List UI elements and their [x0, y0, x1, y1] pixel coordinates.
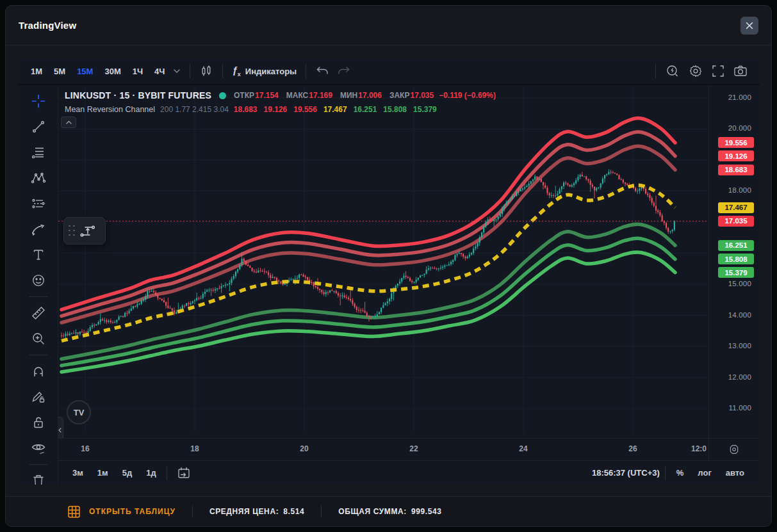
price-axis[interactable]: 21.00020.00018.00015.00014.00013.00012.0… — [708, 85, 759, 438]
undo-button[interactable] — [311, 63, 333, 79]
market-status-dot-icon — [219, 92, 226, 99]
ohlc-value: 17.169 — [309, 91, 332, 100]
range-group: 3м1м5д1д — [67, 466, 161, 480]
camera-icon — [733, 65, 748, 77]
crosshair-tool[interactable] — [29, 94, 48, 108]
xabcd-pattern-tool[interactable] — [29, 171, 48, 185]
chart-widget: 1М5М15М30М1Ч4Ч ƒx Индикаторы — [19, 58, 760, 485]
time-axis[interactable]: 16182022242612:0 — [58, 439, 708, 460]
indicator-value: 19.126 — [264, 105, 288, 114]
price-badge-19.126: 19.126 — [718, 150, 754, 161]
indicator-value: 16.251 — [354, 105, 377, 114]
remove-drawings-tool[interactable] — [29, 474, 48, 485]
scale-авто[interactable]: авто — [720, 466, 750, 480]
zoom-in-icon — [31, 332, 45, 346]
close-button[interactable] — [740, 17, 758, 35]
toolbar-divider — [306, 64, 306, 78]
time-label-24: 24 — [519, 444, 527, 453]
open-table-label: ОТКРЫТЬ ТАБЛИЦУ — [89, 507, 176, 516]
go-to-date-button[interactable] — [172, 463, 195, 483]
price-label-14.000: 14.000 — [709, 311, 751, 319]
tradingview-watermark-logo: TV — [67, 400, 91, 424]
timeframe-15М[interactable]: 15М — [72, 64, 97, 79]
axis-gear-icon — [728, 444, 740, 455]
indicator-params: 200 1.77 2.415 3.04 — [160, 105, 229, 114]
top-toolbar: 1М5М15М30М1Ч4Ч ƒx Индикаторы — [19, 58, 760, 85]
scale-%[interactable]: % — [671, 466, 690, 480]
timeframe-5М[interactable]: 5М — [49, 64, 70, 79]
candles-icon — [200, 65, 213, 77]
fib-retracement-icon — [31, 145, 45, 159]
timeframe-1М[interactable]: 1М — [26, 64, 47, 79]
chart-plot-area[interactable]: LINKUSDT · 15 · BYBIT FUTURES ОТКР17.154… — [58, 85, 708, 438]
brush-tool[interactable] — [29, 222, 48, 236]
toolbar-divider — [190, 64, 190, 78]
legend-collapse-button[interactable] — [61, 117, 76, 128]
timeframe-1Ч[interactable]: 1Ч — [128, 64, 147, 79]
total-sum-label: ОБЩАЯ СУММА: — [338, 507, 407, 516]
open-table-button[interactable]: ОТКРЫТЬ ТАБЛИЦУ — [67, 505, 176, 519]
lock-all-tool[interactable] — [29, 415, 48, 430]
price-chart[interactable] — [58, 85, 708, 433]
position-tool[interactable] — [29, 197, 48, 211]
range-5д[interactable]: 5д — [117, 466, 137, 480]
price-badge-19.556: 19.556 — [718, 137, 754, 148]
magnet-tool[interactable] — [29, 364, 48, 378]
fullscreen-icon — [712, 65, 724, 77]
timeframe-dropdown-button[interactable] — [169, 67, 184, 76]
measure-tool[interactable] — [29, 306, 48, 320]
sidebar-collapse-handle[interactable] — [58, 417, 63, 438]
emoji-tool[interactable] — [29, 273, 48, 287]
bottom-divider — [665, 466, 666, 480]
time-label-20: 20 — [300, 444, 308, 453]
timeframe-30М[interactable]: 30М — [100, 64, 125, 79]
redo-button[interactable] — [333, 63, 355, 79]
toolbar-divider — [655, 64, 656, 78]
symbol-legend-row[interactable]: LINKUSDT · 15 · BYBIT FUTURES ОТКР17.154… — [65, 90, 496, 101]
alert-button[interactable] — [661, 61, 684, 81]
ruler-icon — [31, 305, 46, 321]
text-tool[interactable] — [29, 248, 48, 262]
timeframe-4Ч[interactable]: 4Ч — [150, 64, 169, 79]
indicators-button[interactable]: ƒx Индикаторы — [228, 62, 300, 80]
footer-divider — [321, 505, 322, 518]
price-badge-17.467: 17.467 — [718, 202, 754, 213]
fib-retracement-tool[interactable] — [29, 145, 48, 159]
session-clock[interactable]: 18:56:37 (UTC+3) — [592, 468, 660, 478]
undo-icon — [316, 66, 329, 76]
range-1м[interactable]: 1м — [92, 466, 113, 480]
main-area: LINKUSDT · 15 · BYBIT FUTURES ОТКР17.154… — [19, 85, 760, 485]
indicator-value: 17.467 — [323, 105, 347, 114]
drag-handle-icon[interactable] — [69, 225, 76, 237]
drawing-mode-lock-tool[interactable] — [29, 390, 48, 404]
average-price-stat: СРЕДНЯЯ ЦЕНА: 8.514 — [209, 507, 304, 516]
hide-drawings-tool[interactable] — [29, 441, 48, 455]
ohlc-values: ОТКР17.154МАКС17.169МИН17.006ЗАКР17.035 — [234, 91, 434, 100]
price-badge-18.683: 18.683 — [718, 165, 754, 175]
average-price-label: СРЕДНЯЯ ЦЕНА: — [209, 507, 279, 516]
time-label-18: 18 — [190, 444, 199, 453]
toolbar-divider — [222, 64, 223, 78]
axis-settings-corner[interactable] — [708, 439, 759, 460]
calendar-arrow-icon — [177, 466, 191, 480]
lock-icon — [31, 415, 45, 430]
floating-drawing-toolbar[interactable] — [63, 217, 106, 245]
modal-header: TradingView — [6, 6, 771, 45]
indicator-legend-row[interactable]: Mean Reversion Channel 200 1.77 2.415 3.… — [65, 105, 496, 114]
settings-button[interactable] — [684, 61, 707, 81]
trash-icon — [32, 474, 45, 485]
zoom-in-tool[interactable] — [29, 332, 48, 346]
range-1д[interactable]: 1д — [141, 466, 161, 480]
scale-лог[interactable]: лог — [692, 466, 717, 480]
chart-column: LINKUSDT · 15 · BYBIT FUTURES ОТКР17.154… — [58, 85, 759, 485]
range-3м[interactable]: 3м — [67, 466, 88, 480]
magnet-icon — [31, 364, 45, 378]
fullscreen-button[interactable] — [707, 62, 729, 80]
price-label-18.000: 18.000 — [709, 186, 751, 194]
ohlc-value: 17.154 — [255, 91, 279, 100]
ohlc-value: 17.006 — [358, 91, 382, 100]
price-label-20.000: 20.000 — [709, 124, 751, 132]
screenshot-button[interactable] — [729, 62, 752, 80]
trend-line-tool[interactable] — [29, 120, 48, 134]
chart-type-button[interactable] — [195, 62, 217, 80]
